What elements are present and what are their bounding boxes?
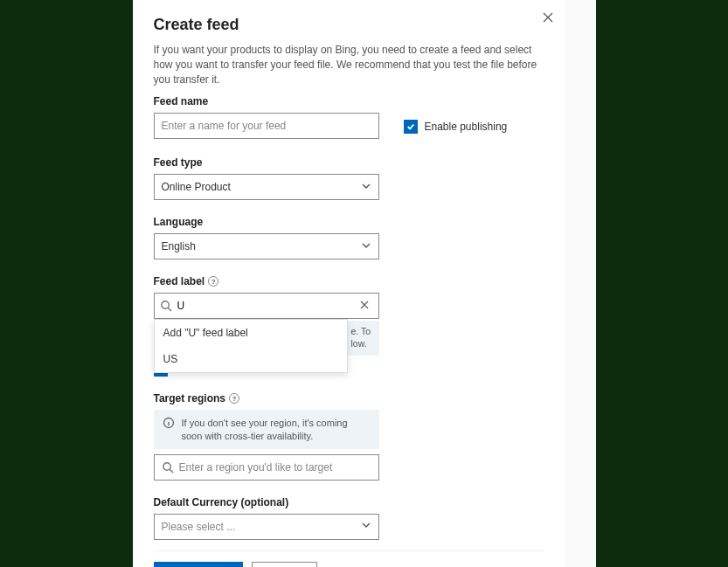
feed-type-selected: Online Product [162,181,231,193]
dialog-backdrop: Create feed If you want your products to… [133,0,596,567]
target-regions-input-wrap [154,454,379,481]
language-select[interactable]: English [154,233,379,259]
obscured-banner-fragment: e. To low. [346,321,379,355]
dialog-footer: Create feed Cancel [154,550,544,567]
dropdown-option-us[interactable]: US [155,346,347,372]
feed-name-input-wrap [154,113,379,139]
search-icon [162,461,174,474]
search-icon [160,300,172,312]
feed-name-input[interactable] [162,120,371,132]
create-feed-button[interactable]: Create feed [154,562,244,567]
chevron-down-icon [361,181,371,194]
close-button[interactable] [539,9,557,26]
dialog-intro: If you want your products to display on … [154,43,544,86]
chevron-down-icon [361,520,371,533]
target-regions-input[interactable] [179,461,371,474]
help-icon[interactable]: ? [208,276,218,287]
svg-point-2 [163,463,170,470]
dialog-title: Create feed [154,16,544,34]
feed-label-label: Feed label ? [154,275,544,287]
language-label: Language [154,216,544,228]
chevron-down-icon [361,240,371,253]
info-icon [163,417,175,429]
default-currency-select[interactable]: Please select ... [154,514,379,540]
help-icon[interactable]: ? [229,393,239,404]
dropdown-add-option[interactable]: Add "U" feed label [155,320,347,346]
feed-type-select[interactable]: Online Product [154,174,379,200]
enable-publishing-label: Enable publishing [425,121,508,133]
default-currency-label: Default Currency (optional) [154,496,544,508]
svg-point-0 [161,301,168,308]
feed-name-label: Feed name [154,95,379,107]
feed-label-dropdown: Add "U" feed label US [154,319,348,373]
clear-icon[interactable] [359,300,371,312]
cancel-button[interactable]: Cancel [252,562,316,567]
default-currency-selected: Please select ... [162,521,236,533]
create-feed-panel: Create feed If you want your products to… [133,0,565,567]
language-selected: English [162,240,196,252]
target-regions-info: If you don't see your region, it's comin… [154,410,379,449]
feed-type-label: Feed type [154,156,544,169]
enable-publishing-checkbox[interactable] [404,120,418,134]
feed-label-input[interactable] [177,300,354,312]
feed-label-combobox[interactable] [154,293,379,319]
target-regions-label: Target regions ? [154,392,544,405]
target-regions-info-text: If you don't see your region, it's comin… [182,417,371,442]
